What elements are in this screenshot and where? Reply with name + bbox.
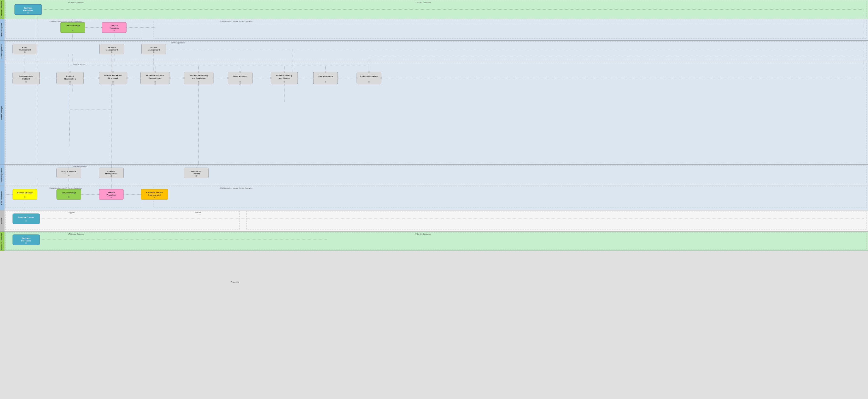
- svg-text:Management: Management: [106, 49, 118, 51]
- lane7-label: Supplier: [1, 218, 3, 224]
- svg-text:Control: Control: [193, 173, 199, 175]
- access-management[interactable]: Access Management ⊞: [142, 44, 166, 54]
- business-processes-bottom[interactable]: Business Processes ⊞: [13, 235, 39, 245]
- continual-service-improvement[interactable]: Continual Service Improvement ⊞: [141, 189, 168, 199]
- svg-text:Incident Resolution: Incident Resolution: [104, 74, 122, 76]
- svg-point-161: [99, 77, 100, 79]
- svg-text:⊞: ⊞: [284, 81, 285, 83]
- svg-text:⊞: ⊞: [68, 196, 69, 198]
- user-information[interactable]: User Information ⊞: [313, 72, 338, 84]
- svg-text:⊞: ⊞: [25, 242, 27, 244]
- business-processes-top[interactable]: Business Processes ⊞: [14, 4, 41, 14]
- svg-text:⊞: ⊞: [114, 30, 115, 31]
- svg-rect-12: [0, 210, 868, 232]
- svg-text:Registration: Registration: [64, 78, 76, 80]
- section-it-consumer-right2: IT Service Consumer: [415, 233, 431, 235]
- svg-rect-14: [0, 232, 868, 251]
- svg-text:Transition: Transition: [106, 194, 116, 196]
- incident-resolution-second[interactable]: Incident Resolution Second Level ⊞: [141, 72, 170, 84]
- major-incidents[interactable]: Major Incidents ⊞: [228, 72, 252, 84]
- svg-point-225: [24, 71, 26, 73]
- svg-text:Service: Service: [111, 25, 118, 27]
- supplier-process[interactable]: Supplier Process ⊞: [13, 214, 39, 224]
- section-service-ops: Service Operations: [171, 42, 185, 44]
- svg-text:Processes: Processes: [21, 240, 31, 242]
- operations-control[interactable]: Operations Control ⊞: [184, 168, 208, 178]
- diagram-container: IT Service Consumer ITSM Disciplines Ser…: [0, 0, 868, 399]
- svg-text:Management: Management: [19, 49, 31, 51]
- lane4-label: Incident Manager: [1, 106, 3, 120]
- incident-monitoring-escalation[interactable]: Incident Monitoring and Escalation ⊞: [184, 72, 213, 84]
- svg-text:Service Strategy: Service Strategy: [17, 192, 33, 194]
- svg-point-166: [213, 77, 214, 79]
- svg-text:⊞: ⊞: [154, 81, 156, 83]
- incident-reporting[interactable]: Incident Reporting ⊞: [357, 72, 381, 84]
- main-diagram-svg: IT Service Consumer ITSM Disciplines Ser…: [0, 0, 868, 399]
- lane1-label: IT Service Consumer: [1, 1, 2, 18]
- transition-label: Transition: [230, 281, 240, 284]
- incident-registration[interactable]: Incident Registration ⊞: [57, 72, 84, 84]
- section-itsm-right: ITSM Disciplines outside Service Operati…: [220, 21, 253, 23]
- svg-point-171: [313, 77, 314, 79]
- svg-point-162: [127, 77, 128, 79]
- problem-management-lane3[interactable]: Problem Management ⊞: [99, 44, 124, 54]
- incident-resolution-first[interactable]: Incident Resolution First Level ⊞: [99, 72, 127, 84]
- svg-point-179: [240, 84, 241, 85]
- section-supplier: Supplier: [68, 212, 75, 214]
- svg-point-159: [56, 77, 57, 79]
- lane5-label: Service Operation: [1, 168, 3, 182]
- svg-text:⊞: ⊞: [111, 197, 112, 198]
- svg-text:Event: Event: [22, 46, 28, 48]
- svg-text:⊞: ⊞: [154, 197, 155, 198]
- service-strategy[interactable]: Service Strategy ⊞: [13, 189, 37, 199]
- svg-text:⊞: ⊞: [24, 51, 26, 53]
- svg-text:Operations: Operations: [191, 170, 202, 172]
- svg-text:Incident Resolution: Incident Resolution: [146, 74, 164, 76]
- svg-point-165: [184, 77, 185, 79]
- svg-text:Incident Tracking: Incident Tracking: [276, 74, 292, 76]
- service-design-top[interactable]: Service Design ⊞: [61, 23, 85, 33]
- event-management[interactable]: Event Management ⊞: [13, 44, 37, 54]
- section-incident-mgr: Incident Manager: [73, 63, 87, 65]
- svg-point-168: [252, 77, 253, 79]
- svg-rect-10: [0, 186, 868, 210]
- svg-text:Incident: Incident: [66, 75, 74, 77]
- svg-rect-94: [13, 189, 37, 199]
- svg-text:Access: Access: [150, 46, 157, 48]
- svg-text:⊞: ⊞: [198, 81, 199, 83]
- svg-text:⊞: ⊞: [69, 81, 71, 83]
- svg-point-160: [83, 77, 84, 79]
- svg-text:Improvement: Improvement: [148, 194, 161, 196]
- section-internal: Internal: [195, 212, 201, 213]
- svg-text:⊞: ⊞: [25, 81, 27, 83]
- svg-text:and Escalation: and Escalation: [192, 77, 206, 79]
- svg-rect-2: [0, 19, 868, 40]
- section-it-consumer-left2: IT Service Consumer: [68, 233, 85, 235]
- service-design-bottom[interactable]: Service Design ⊞: [57, 189, 81, 199]
- svg-text:⊞: ⊞: [153, 51, 154, 53]
- svg-text:Second Level: Second Level: [149, 77, 161, 79]
- service-transition-top[interactable]: Service Transition ⊞: [102, 23, 126, 33]
- svg-text:Business: Business: [22, 237, 31, 239]
- svg-text:Transition: Transition: [110, 27, 119, 29]
- svg-text:⊞: ⊞: [25, 220, 27, 222]
- svg-text:⊞: ⊞: [325, 81, 326, 83]
- svg-rect-108: [13, 214, 39, 224]
- svg-rect-6: [0, 62, 868, 164]
- svg-point-163: [140, 77, 141, 79]
- svg-point-169: [270, 77, 272, 79]
- svg-rect-4: [0, 40, 868, 62]
- incident-tracking-closure[interactable]: Incident Tracking and Closure ⊞: [271, 72, 298, 84]
- svg-text:Organization of: Organization of: [19, 75, 33, 77]
- lane6-label: ITSM Disciplines: [1, 191, 3, 205]
- lane3-label: Service Operation: [1, 44, 3, 59]
- svg-text:Supplier Process: Supplier Process: [18, 216, 34, 218]
- svg-text:⊞: ⊞: [195, 175, 197, 177]
- service-transition-bottom[interactable]: Service Transition ⊞: [99, 189, 123, 199]
- svg-text:Business: Business: [24, 7, 32, 9]
- section-itsm-left2: ITSM Disciplines outside Service Operati…: [49, 187, 82, 189]
- svg-point-177: [155, 84, 156, 85]
- svg-rect-8: [0, 164, 868, 186]
- svg-text:⊞: ⊞: [27, 12, 29, 14]
- section-it-consumer-right: IT Service Consumer: [415, 1, 431, 3]
